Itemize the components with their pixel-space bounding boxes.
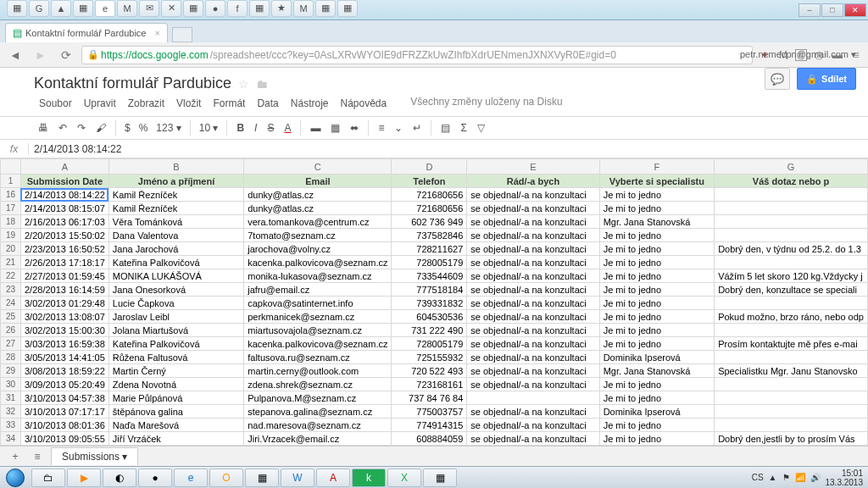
cell[interactable]: 2/20/2013 15:50:02 (20, 229, 108, 242)
col-header[interactable]: D (392, 159, 467, 175)
all-sheets-button[interactable]: ≡ (29, 449, 46, 464)
menu-format[interactable]: Formát (208, 96, 250, 111)
taskbar-thumb[interactable]: ● (205, 0, 225, 17)
italic-icon[interactable]: I (250, 119, 261, 136)
cell[interactable] (715, 391, 868, 405)
cell[interactable]: jafru@email.cz (244, 283, 392, 297)
row-header[interactable]: 19 (1, 229, 21, 242)
cell[interactable]: jarochova@volny.cz (244, 242, 392, 256)
tray-volume-icon[interactable]: 🔊 (810, 473, 821, 482)
cell[interactable]: Kateřina Palkovičová (108, 337, 243, 351)
wrap-icon[interactable]: ↵ (409, 119, 426, 136)
cell[interactable]: nad.maresova@seznam.cz (244, 419, 392, 432)
row-header[interactable]: 1 (1, 175, 21, 188)
cell[interactable]: vera.tomankova@centrum.cz (244, 215, 392, 229)
cell[interactable]: Jana Jarochová (108, 242, 243, 256)
tab-close-icon[interactable]: × (154, 28, 159, 38)
cell[interactable]: se objednal/-a na konzultaci (467, 419, 599, 432)
formula-value[interactable]: 2/14/2013 08:14:22 (29, 143, 121, 155)
paint-icon[interactable]: 🖌 (92, 119, 110, 136)
cell[interactable]: se objednal/-a na konzultaci (467, 215, 599, 229)
cell[interactable]: 3/02/2013 01:29:48 (20, 297, 108, 310)
add-sheet-button[interactable]: + (7, 449, 24, 464)
menu-help[interactable]: Nápověda (335, 96, 392, 111)
comments-button[interactable]: 💬 (765, 68, 790, 90)
task-ie[interactable]: e (174, 469, 208, 487)
cell[interactable]: dunky@atlas.cz (244, 202, 392, 215)
taskbar-thumb[interactable]: G (29, 0, 49, 17)
taskbar-thumb[interactable]: ▲ (51, 0, 71, 17)
cell[interactable] (715, 324, 868, 337)
cell[interactable] (715, 419, 868, 432)
filter-icon[interactable]: ▽ (473, 119, 489, 136)
row-header[interactable]: 26 (1, 324, 21, 337)
taskbar-thumb[interactable]: ✕ (161, 0, 181, 17)
cell[interactable]: Je mi to jedno (599, 229, 715, 242)
cell[interactable]: 737582846 (392, 229, 467, 242)
cell[interactable]: stepanova.galina@seznam.cz (244, 405, 392, 419)
cell[interactable]: štěpánova galina (108, 405, 243, 419)
cell[interactable]: 2/27/2013 01:59:45 (20, 269, 108, 283)
cell[interactable]: Je mi to jedno (599, 202, 715, 215)
cell[interactable]: se objednal/-a na konzultaci (467, 283, 599, 297)
cell[interactable]: Jana Onesorková (108, 283, 243, 297)
cell[interactable]: se objednal/-a na konzultaci (467, 202, 599, 215)
cell[interactable]: Je mi to jedno (599, 269, 715, 283)
font-size[interactable]: 10 ▾ (196, 122, 222, 134)
row-header[interactable]: 33 (1, 419, 21, 432)
cell[interactable]: Je mi to jedno (599, 391, 715, 405)
cell[interactable]: Mgr. Jana Stanovská (599, 364, 715, 378)
cell[interactable]: se objednal/-a na konzultaci (467, 405, 599, 419)
cell[interactable]: faltusova.ru@seznam.cz (244, 351, 392, 364)
row-header[interactable]: 18 (1, 215, 21, 229)
tray-icon[interactable]: ▲ (769, 473, 777, 482)
taskbar-thumb[interactable]: ▦ (249, 0, 270, 17)
cell[interactable]: Růžena Faltusová (108, 351, 243, 364)
browser-tab[interactable]: ▤ Kontaktní formulář Pardubice × (5, 23, 168, 42)
cell[interactable]: se objednal/-a na konzultaci (467, 432, 599, 446)
cell[interactable]: 731 222 490 (392, 324, 467, 337)
cell[interactable]: 728005179 (392, 337, 467, 351)
merge-icon[interactable]: ⬌ (346, 119, 363, 136)
cell[interactable] (715, 202, 868, 215)
cell[interactable]: se objednal/-a na konzultaci (467, 310, 599, 324)
cell[interactable]: 777518184 (392, 283, 467, 297)
cell[interactable]: 721680656 (392, 202, 467, 215)
system-tray[interactable]: CS ▲ ⚑ 📶 🔊 15:01 13.3.2013 (752, 469, 868, 487)
nav-reload[interactable]: ⟳ (56, 45, 76, 65)
window-maximize[interactable]: □ (821, 3, 843, 17)
cell[interactable]: Prosím kontaktujte mě přes e-mai (715, 337, 868, 351)
fill-color-icon[interactable]: ▬ (306, 119, 325, 136)
taskbar-thumb[interactable]: ▦ (183, 0, 203, 17)
start-button[interactable] (0, 467, 31, 489)
task-explorer[interactable]: 🗀 (31, 469, 65, 487)
cell[interactable]: 739331832 (392, 297, 467, 310)
cell[interactable]: Je mi to jedno (599, 297, 715, 310)
row-header[interactable]: 27 (1, 337, 21, 351)
cell[interactable]: 775003757 (392, 405, 467, 419)
row-header[interactable]: 21 (1, 256, 21, 269)
valign-icon[interactable]: ⌄ (390, 119, 407, 136)
taskbar-thumb[interactable]: f (227, 0, 248, 17)
row-header[interactable]: 28 (1, 351, 21, 364)
format-number[interactable]: 123 ▾ (153, 122, 184, 134)
cell[interactable]: Je mi to jedno (599, 432, 715, 446)
cell[interactable]: zdena.shrek@seznam.cz (244, 378, 392, 391)
menu-file[interactable]: Soubor (34, 96, 77, 111)
tray-network-icon[interactable]: 📶 (795, 473, 805, 482)
row-header[interactable]: 34 (1, 432, 21, 446)
task-outlook[interactable]: O (209, 469, 243, 487)
cell[interactable] (715, 256, 868, 269)
cell[interactable]: Dobrý den, konzultace se speciali (715, 283, 868, 297)
task-wmp[interactable]: ▶ (67, 469, 101, 487)
undo-icon[interactable]: ↶ (54, 119, 71, 136)
taskbar-thumb[interactable]: M (117, 0, 137, 17)
cell[interactable]: 774914315 (392, 419, 467, 432)
task-excel[interactable]: X (387, 469, 421, 487)
insert-chart-icon[interactable]: ▤ (437, 119, 454, 136)
header-cell[interactable]: Vyberte si specialistu (599, 175, 715, 188)
cell[interactable]: Lucie Čapkova (108, 297, 243, 310)
row-header[interactable]: 30 (1, 378, 21, 391)
cell[interactable]: Marie Půlpánová (108, 391, 243, 405)
task-app[interactable]: k (352, 469, 386, 487)
